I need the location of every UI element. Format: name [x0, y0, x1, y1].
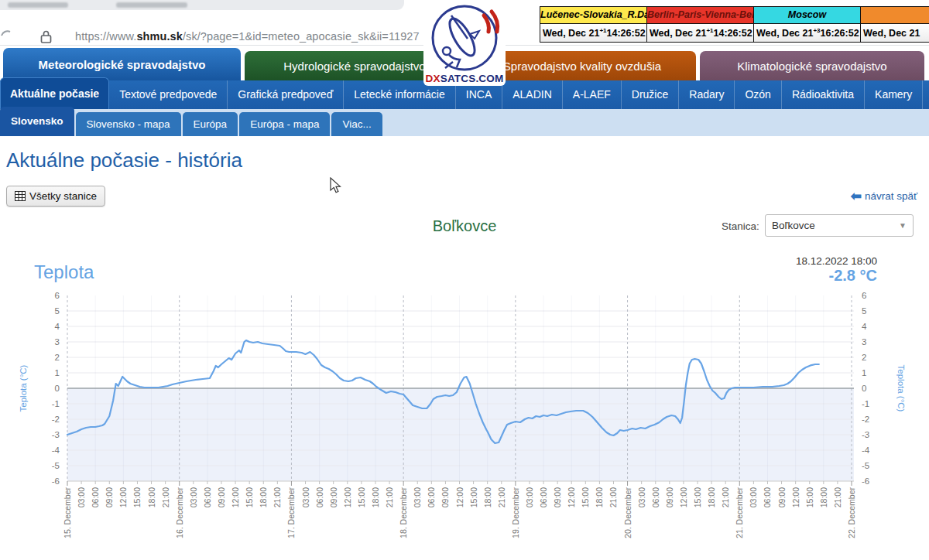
x-time-label: 09:00	[441, 487, 450, 507]
dxsatcs-logo: DXSATCS.COM	[423, 3, 506, 86]
x-time-label: 18:00	[595, 487, 604, 507]
lock-icon[interactable]	[40, 29, 52, 44]
x-time-label: 15:00	[805, 487, 814, 507]
y-tick-label-right: 6	[862, 291, 866, 300]
x-time-label: 06:00	[651, 487, 660, 507]
browser-menu-blur-2	[116, 2, 187, 8]
clock-time-row: Wed, Dec 21+316:26:52	[754, 24, 860, 42]
sub-tab-3[interactable]: Grafická predpoveď	[228, 80, 344, 109]
browser-tab-strip	[0, 0, 404, 10]
sub-tab-10[interactable]: Ozón	[735, 80, 781, 109]
clock-city-label	[861, 7, 929, 24]
all-stations-button[interactable]: Všetky stanice	[6, 186, 105, 207]
x-day-label: 17. December	[286, 487, 296, 538]
y-tick-label-left: 4	[55, 322, 60, 331]
clock-time: 14:26:52	[607, 28, 646, 39]
y-tick-label-left: 3	[55, 337, 60, 347]
sub-tab-2[interactable]: Textové predpovede	[109, 80, 228, 109]
x-day-label: 20. December	[623, 487, 632, 538]
chevron-down-icon: ▼	[899, 221, 907, 230]
sub-tab-13[interactable]: Fotky	[923, 80, 929, 109]
back-link-label: návrat späť	[865, 190, 917, 202]
x-time-label: 18:00	[259, 487, 268, 507]
clock-city-label: Berlin-Paris-Vienna-Belgrade	[647, 7, 753, 24]
y-tick-label-right: 2	[862, 353, 866, 362]
x-time-label: 18:00	[707, 487, 716, 507]
x-day-label: 15. December	[63, 487, 72, 538]
y-tick-label-left: 5	[55, 306, 60, 316]
chart-title: Teplota	[34, 261, 94, 283]
x-time-label: 06:00	[763, 487, 772, 507]
x-time-label: 03:00	[637, 487, 646, 507]
y-tick-label-left: 1	[55, 368, 60, 377]
main-tab-1[interactable]: Meteorologické spravodajstvo	[3, 48, 241, 80]
clock-city-label: Lučenec-Slovakia_R.Dávid	[540, 7, 646, 24]
x-time-label: 18:00	[819, 487, 828, 507]
x-time-label: 09:00	[329, 487, 338, 507]
sub-tab-11[interactable]: Rádioaktivita	[782, 80, 865, 109]
station-select-value: Boľkovce	[772, 220, 815, 231]
x-time-label: 15:00	[245, 487, 254, 507]
logo-text-rest: SATCS.COM	[441, 73, 504, 84]
back-link[interactable]: ⬅ návrat späť	[851, 190, 917, 202]
table-grid-icon	[15, 191, 26, 201]
y-tick-label-right: -4	[862, 446, 870, 455]
y-axis-title-right: Teplota (°C)	[896, 365, 906, 412]
url-prefix: https://www.	[75, 30, 136, 43]
reload-icon[interactable]	[0, 29, 11, 43]
y-tick-label-right: 5	[862, 306, 866, 316]
url-domain: shmu.sk	[136, 30, 183, 43]
x-time-label: 15:00	[357, 487, 366, 507]
x-time-label: 09:00	[777, 487, 787, 507]
sub-tab-12[interactable]: Kamery	[865, 80, 923, 109]
region-tab-2[interactable]: Slovensko - mapa	[76, 112, 181, 136]
page-title: Aktuálne počasie - história	[6, 149, 242, 172]
sub-tab-1[interactable]: Aktuálne počasie	[0, 77, 109, 110]
sub-tab-6[interactable]: ALADIN	[502, 80, 563, 109]
temperature-chart[interactable]: 15. December03:0006:0009:0012:0015:0018:…	[0, 286, 929, 560]
clock-utc-offset: +3	[813, 27, 820, 34]
url-text[interactable]: https://www.shmu.sk/sk/?page=1&id=meteo_…	[75, 30, 420, 43]
x-time-label: 12:00	[567, 487, 576, 507]
x-time-label: 12:00	[679, 487, 688, 507]
sub-tab-8[interactable]: Družice	[622, 80, 679, 109]
clock-widget-1: Lučenec-Slovakia_R.DávidWed, Dec 21+114:…	[540, 7, 646, 42]
x-time-label: 09:00	[553, 487, 562, 507]
clock-date: Wed, Dec 21	[863, 28, 920, 39]
x-day-label: 19. December	[511, 487, 520, 538]
x-time-label: 15:00	[581, 487, 590, 507]
y-tick-label-left: -3	[52, 430, 60, 439]
station-select[interactable]: Boľkovce ▼	[765, 214, 914, 237]
region-tab-5[interactable]: Viac...	[331, 112, 382, 136]
back-arrow-icon: ⬅	[851, 191, 862, 201]
logo-text: DXSATCS.COM	[423, 73, 506, 84]
x-time-label: 15:00	[132, 487, 142, 507]
clock-time: 14:26:52	[714, 28, 752, 39]
x-time-label: 18:00	[147, 487, 156, 507]
clock-date: Wed, Dec 21	[543, 28, 599, 39]
x-time-label: 21:00	[721, 487, 730, 507]
y-tick-label-left: 6	[55, 291, 60, 300]
y-tick-label-left: 0	[55, 384, 60, 393]
x-day-label: 21. December	[735, 487, 744, 538]
x-day-label: 22. December	[847, 487, 856, 538]
x-time-label: 21:00	[497, 487, 506, 507]
main-tab-4[interactable]: Klimatologické spravodajstvo	[700, 51, 924, 80]
y-tick-label-right: -3	[862, 430, 869, 439]
x-time-label: 21:00	[385, 487, 394, 507]
clock-time-row: Wed, Dec 21+114:26:52	[540, 24, 646, 42]
region-tab-1[interactable]: Slovensko	[0, 107, 74, 136]
region-tab-3[interactable]: Európa	[183, 112, 238, 136]
y-tick-label-right: 3	[862, 337, 866, 347]
x-time-label: 06:00	[315, 487, 324, 507]
logo-text-dx: DX	[426, 73, 441, 84]
y-tick-label-right: -6	[862, 476, 869, 486]
y-tick-label-left: -1	[52, 399, 60, 408]
sub-tab-7[interactable]: A-LAEF	[563, 80, 622, 109]
sub-tab-9[interactable]: Radary	[679, 80, 735, 109]
clock-city-label: Moscow	[754, 7, 860, 24]
x-time-label: 21:00	[608, 487, 618, 507]
region-tab-4[interactable]: Európa - mapa	[239, 112, 330, 136]
y-tick-label-right: 0	[862, 384, 866, 393]
y-axis-title-left: Teplota (°C)	[19, 364, 28, 411]
